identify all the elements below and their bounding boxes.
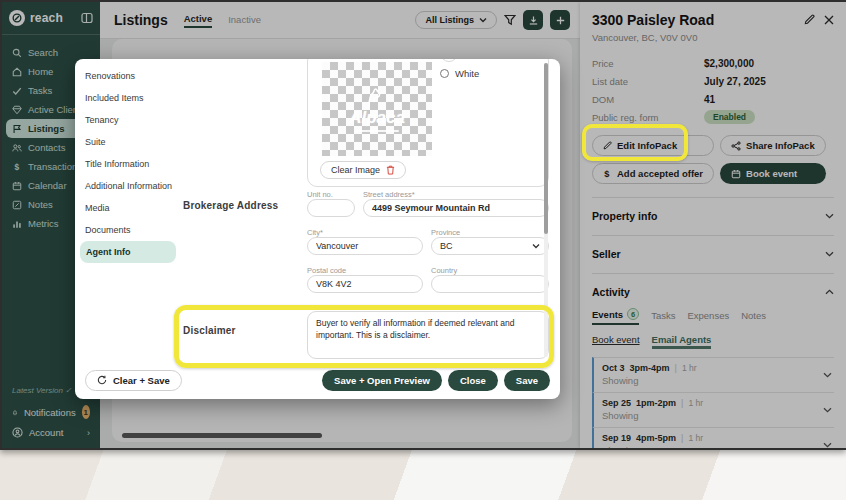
menu-item-included-items[interactable]: Included Items [75, 87, 181, 109]
trash-icon [386, 165, 395, 175]
radio-selected-icon [440, 59, 458, 61]
alpaca-icon [364, 86, 390, 108]
country-input[interactable] [431, 275, 549, 293]
logo-background-radios: Transparent White [440, 59, 491, 81]
postal-code-input[interactable] [307, 275, 423, 293]
alpaca-watermark: Alpaca [322, 62, 432, 156]
radio-option-transparent-clipped[interactable]: Transparent [440, 59, 491, 61]
restore-icon [97, 375, 107, 385]
city-input[interactable] [307, 237, 423, 255]
menu-item-renovations[interactable]: Renovations [75, 65, 181, 87]
street-address-input[interactable] [363, 199, 549, 217]
logo-upload-group: Alpaca Transparent [307, 59, 549, 187]
logo-preview: Alpaca [322, 62, 432, 156]
save-open-preview-button[interactable]: Save + Open Preview [322, 370, 442, 391]
unit-no-input[interactable] [307, 199, 355, 217]
brokerage-address-label: Brokerage Address [183, 200, 278, 211]
app-window: reach Search Home Tasks Active Client [0, 0, 846, 450]
menu-item-documents[interactable]: Documents [75, 219, 181, 241]
desktop-background: reach Search Home Tasks Active Client [0, 0, 846, 500]
save-button[interactable]: Save [504, 370, 550, 391]
menu-item-media[interactable]: Media [75, 197, 181, 219]
menu-item-tenancy[interactable]: Tenancy [75, 109, 181, 131]
chevron-down-icon [532, 243, 540, 249]
menu-item-agent-info[interactable]: Agent Info [80, 241, 176, 263]
highlight-edit-infopack [582, 124, 688, 161]
close-button[interactable]: Close [448, 370, 498, 391]
menu-item-additional-information[interactable]: Additional Information [75, 175, 181, 197]
modal-menu: Renovations Included Items Tenancy Suite… [75, 65, 181, 263]
radio-unselected-icon [440, 69, 449, 78]
menu-item-title-information[interactable]: Title Information [75, 153, 181, 175]
clear-image-button[interactable]: Clear Image [320, 161, 406, 179]
radio-option-white[interactable]: White [440, 65, 491, 81]
province-select[interactable]: BC [431, 237, 549, 255]
clear-and-save-button[interactable]: Clear + Save [85, 370, 182, 391]
highlight-disclaimer [174, 305, 554, 368]
menu-item-suite[interactable]: Suite [75, 131, 181, 153]
